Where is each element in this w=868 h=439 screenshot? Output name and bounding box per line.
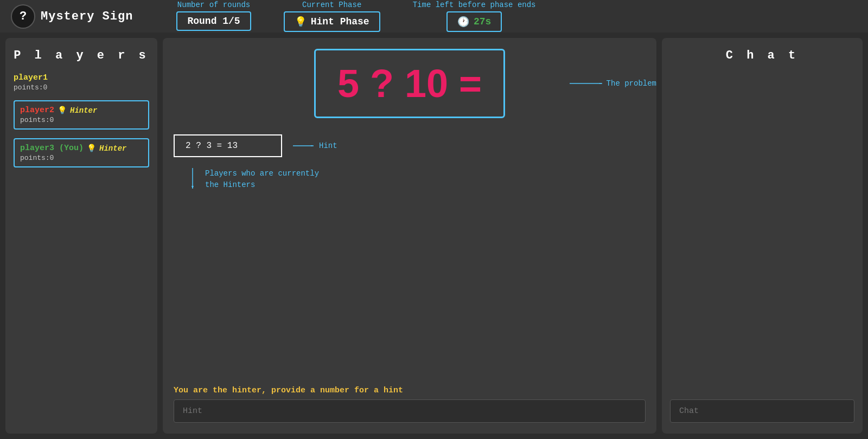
game-content: 5 ? 10 = The problem 2 ? 3 = 13	[174, 49, 646, 191]
app-title: Mystery Sign	[41, 10, 133, 23]
timer-value: 27s	[474, 16, 491, 27]
chat-input-area	[670, 399, 854, 423]
hint-input[interactable]	[174, 399, 646, 423]
chat-input[interactable]	[670, 399, 854, 423]
phase-value: Hint Phase	[311, 16, 369, 27]
game-panel: 5 ? 10 = The problem 2 ? 3 = 13	[163, 38, 656, 434]
player-item: player1 points:0	[14, 73, 149, 92]
phase-icon: 💡	[295, 16, 307, 28]
player-name: player3 (You)	[20, 144, 84, 153]
header-info: Number of rounds Round 1/5 Current Phase…	[176, 1, 535, 32]
round-value: Round 1/5	[187, 16, 240, 27]
players-title: P l a y e r s	[14, 49, 149, 62]
game-bottom: You are the hinter, provide a number for…	[174, 386, 646, 423]
problem-row: 5 ? 10 = The problem	[174, 49, 646, 118]
problem-annotation: The problem	[570, 79, 656, 88]
bulb-icon: 💡	[58, 106, 67, 115]
timer-box: 🕐 27s	[446, 11, 502, 32]
problem-label: The problem	[607, 79, 656, 88]
hinters-label: Players who are currentlythe Hinters	[205, 168, 319, 191]
problem-box: 5 ? 10 =	[314, 49, 505, 118]
players-panel: P l a y e r s player1 points:0 player2 💡…	[5, 38, 157, 434]
svg-marker-5	[192, 186, 194, 189]
player-points: points:0	[20, 116, 143, 124]
hinters-arrow	[184, 168, 201, 190]
player-name: player1	[14, 73, 149, 82]
player-name-row: player2 💡 Hinter	[20, 106, 143, 115]
hint-arrow-line	[293, 145, 315, 146]
round-box: Round 1/5	[176, 11, 251, 31]
player-name-row: player3 (You) 💡 Hinter	[20, 144, 143, 153]
chat-messages	[670, 73, 854, 399]
player-item-hinter: player2 💡 Hinter points:0	[14, 100, 149, 130]
hinter-instruction: You are the hinter, provide a number for…	[174, 386, 646, 395]
hint-row: 2 ? 3 = 13 Hint	[174, 134, 646, 157]
hinters-annotation: Players who are currentlythe Hinters	[184, 168, 646, 191]
phase-box: 💡 Hint Phase	[284, 11, 380, 32]
rounds-label: Number of rounds	[177, 1, 250, 9]
hint-annotation: Hint	[293, 141, 337, 150]
hinter-label: Hinter	[99, 144, 126, 153]
chat-panel: C h a t	[662, 38, 863, 434]
chat-title: C h a t	[670, 49, 854, 62]
player-points: points:0	[14, 83, 149, 92]
problem-text: 5 ? 10 =	[337, 61, 482, 106]
main-layout: P l a y e r s player1 points:0 player2 💡…	[0, 33, 868, 439]
problem-arrow-line	[570, 83, 602, 84]
logo-icon: ?	[11, 4, 35, 29]
player-item-you-hinter: player3 (You) 💡 Hinter points:0	[14, 138, 149, 167]
player-points: points:0	[20, 154, 143, 162]
header: ? Mystery Sign Number of rounds Round 1/…	[0, 0, 868, 33]
bulb-icon: 💡	[87, 144, 96, 153]
player-name: player2	[20, 106, 54, 115]
hint-label: Hint	[319, 141, 337, 150]
hinter-label: Hinter	[70, 106, 97, 115]
timer-label: Time left before phase ends	[413, 1, 536, 9]
app-logo: ? Mystery Sign	[11, 4, 133, 29]
clock-icon: 🕐	[457, 16, 469, 28]
rounds-group: Number of rounds Round 1/5	[176, 1, 251, 31]
hint-display: 2 ? 3 = 13	[174, 134, 282, 157]
timer-group: Time left before phase ends 🕐 27s	[413, 1, 536, 32]
phase-label: Current Phase	[302, 1, 361, 9]
phase-group: Current Phase 💡 Hint Phase	[284, 1, 380, 32]
